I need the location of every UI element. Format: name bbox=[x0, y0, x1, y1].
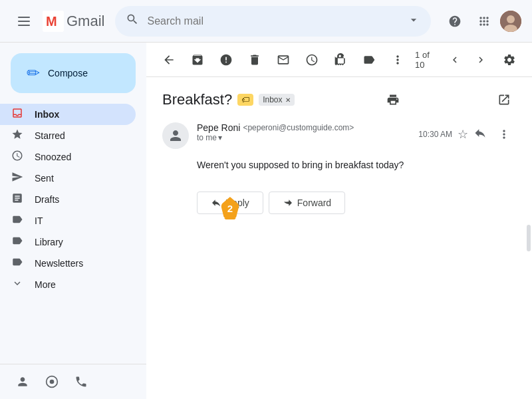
spam-button[interactable] bbox=[214, 48, 237, 72]
print-button[interactable] bbox=[381, 88, 405, 112]
star-icon bbox=[11, 128, 24, 144]
sidebar-item-label-sent: Sent bbox=[35, 173, 54, 184]
sidebar: ✏ Compose Inbox Starred Snoozed bbox=[0, 43, 146, 399]
svg-rect-0 bbox=[18, 17, 30, 18]
sidebar-item-label-newsletters: Newsletters bbox=[35, 258, 83, 269]
send-icon bbox=[11, 171, 24, 186]
compose-button[interactable]: ✏ Compose bbox=[11, 53, 136, 93]
clock-icon bbox=[11, 150, 24, 165]
top-bar: M Gmail bbox=[0, 0, 532, 43]
sender-name: Pepe Roni bbox=[197, 122, 240, 133]
email-body: Weren't you supposed to bring in breakfa… bbox=[197, 160, 516, 170]
email-body-text: Weren't you supposed to bring in breakfa… bbox=[197, 160, 404, 170]
sender-info: Pepe Roni <peperoni@customguide.com> to … bbox=[197, 122, 410, 142]
email-subject-row: Breakfast? 🏷 Inbox ✕ bbox=[162, 88, 516, 112]
snooze-button[interactable] bbox=[301, 48, 324, 72]
back-button[interactable] bbox=[157, 48, 180, 72]
sidebar-item-starred[interactable]: Starred bbox=[0, 125, 136, 146]
prev-email-button[interactable] bbox=[444, 48, 467, 72]
apps-button[interactable] bbox=[471, 8, 497, 35]
sidebar-item-label-it: IT bbox=[35, 215, 43, 226]
sidebar-item-newsletters[interactable]: Newsletters bbox=[0, 253, 136, 274]
help-button[interactable] bbox=[442, 8, 468, 35]
search-input[interactable] bbox=[147, 15, 402, 27]
sidebar-item-label-library: Library bbox=[35, 237, 63, 247]
inbox-icon bbox=[11, 107, 24, 122]
svg-point-10 bbox=[50, 380, 55, 384]
sidebar-item-label-drafts: Drafts bbox=[35, 194, 59, 205]
sidebar-item-label-more: More bbox=[35, 279, 56, 290]
sidebar-item-sent[interactable]: Sent bbox=[0, 168, 136, 189]
draft-icon bbox=[11, 192, 24, 207]
search-dropdown-icon[interactable] bbox=[407, 13, 420, 29]
chevron-down-icon bbox=[11, 277, 24, 293]
app-container: M Gmail bbox=[0, 0, 532, 399]
hamburger-menu-button[interactable] bbox=[11, 8, 37, 35]
content-area: 1 of 10 Breakfast? 🏷 bbox=[146, 43, 532, 399]
inbox-tag: Inbox ✕ bbox=[259, 94, 294, 106]
label-newsletters-icon bbox=[11, 256, 24, 271]
sidebar-item-label-inbox: Inbox bbox=[35, 109, 59, 120]
sidebar-item-it[interactable]: IT bbox=[0, 210, 136, 231]
email-time: 10:30 AM bbox=[418, 130, 452, 139]
main-area: ✏ Compose Inbox Starred Snoozed bbox=[0, 43, 532, 399]
email-time-area: 10:30 AM ☆ bbox=[418, 122, 516, 146]
compose-label: Compose bbox=[48, 68, 88, 78]
sender-recipient: to me ▾ bbox=[197, 133, 410, 142]
contacts-button[interactable] bbox=[11, 370, 35, 394]
email-content: Breakfast? 🏷 Inbox ✕ bbox=[146, 77, 532, 399]
gmail-logo: M Gmail bbox=[43, 11, 104, 32]
svg-text:M: M bbox=[46, 14, 57, 29]
svg-rect-1 bbox=[18, 21, 30, 22]
sidebar-item-drafts[interactable]: Drafts bbox=[0, 189, 136, 210]
svg-rect-2 bbox=[18, 25, 30, 26]
avatar[interactable] bbox=[500, 11, 521, 32]
meet-button[interactable] bbox=[40, 370, 64, 394]
label-as-button[interactable] bbox=[358, 48, 381, 72]
email-toolbar: 1 of 10 bbox=[146, 43, 532, 77]
search-icon bbox=[126, 13, 139, 29]
forward-button[interactable]: Forward bbox=[269, 192, 345, 214]
svg-point-7 bbox=[507, 15, 515, 23]
email-subject-text: Breakfast? bbox=[162, 91, 232, 108]
expand-button[interactable] bbox=[492, 88, 516, 112]
email-settings-button[interactable] bbox=[498, 48, 521, 72]
sidebar-item-label-snoozed: Snoozed bbox=[35, 152, 71, 162]
forward-label: Forward bbox=[297, 198, 331, 208]
pagination-text: 1 of 10 bbox=[415, 50, 441, 70]
label-it-icon bbox=[11, 213, 24, 229]
pagination: 1 of 10 bbox=[415, 48, 493, 72]
action-buttons: Reply 2 Forward bbox=[197, 192, 516, 214]
recipient-dropdown-button[interactable]: ▾ bbox=[218, 133, 222, 142]
compose-plus-icon: ✏ bbox=[27, 64, 40, 82]
email-header: Pepe Roni <peperoni@customguide.com> to … bbox=[162, 122, 516, 149]
sidebar-item-snoozed[interactable]: Snoozed bbox=[0, 146, 136, 168]
sidebar-item-label-starred: Starred bbox=[35, 130, 65, 141]
label-tag: 🏷 bbox=[237, 94, 253, 106]
sidebar-item-inbox[interactable]: Inbox bbox=[0, 104, 136, 125]
email-more-options-button[interactable] bbox=[492, 122, 516, 146]
mark-unread-button[interactable] bbox=[271, 48, 295, 72]
move-to-button[interactable] bbox=[329, 48, 352, 72]
sidebar-item-more[interactable]: More bbox=[0, 274, 136, 295]
star-button[interactable]: ☆ bbox=[458, 127, 468, 142]
reply-button-container: Reply 2 bbox=[197, 192, 263, 214]
inbox-tag-remove-button[interactable]: ✕ bbox=[285, 96, 291, 104]
search-bar[interactable] bbox=[115, 6, 431, 37]
sender-email: <peperoni@customguide.com> bbox=[243, 123, 354, 132]
gmail-label: Gmail bbox=[66, 13, 104, 30]
archive-button[interactable] bbox=[186, 48, 209, 72]
delete-button[interactable] bbox=[243, 48, 266, 72]
scrollbar[interactable] bbox=[527, 225, 531, 251]
sender-avatar bbox=[162, 122, 189, 149]
next-email-button[interactable] bbox=[469, 48, 493, 72]
top-icons bbox=[442, 8, 521, 35]
sidebar-item-library[interactable]: Library bbox=[0, 231, 136, 253]
quick-reply-button[interactable] bbox=[473, 126, 487, 143]
inbox-tag-label: Inbox bbox=[263, 95, 282, 104]
phone-button[interactable] bbox=[69, 370, 93, 394]
more-options-button[interactable] bbox=[386, 48, 410, 72]
label-library-icon bbox=[11, 235, 24, 250]
